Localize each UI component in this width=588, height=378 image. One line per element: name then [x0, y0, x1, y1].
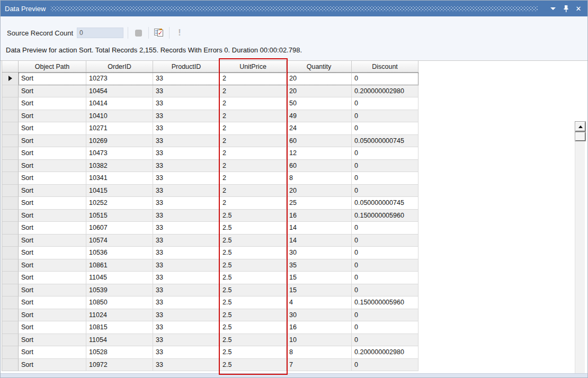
- grid-cell[interactable]: 8: [287, 346, 352, 359]
- grid-cell[interactable]: 2: [220, 172, 287, 185]
- row-selector[interactable]: [2, 97, 19, 110]
- grid-cell[interactable]: 20: [287, 73, 352, 85]
- grid-cell[interactable]: Sort: [19, 247, 86, 259]
- grid-cell[interactable]: 33: [153, 210, 220, 222]
- grid-cell[interactable]: Sort: [19, 147, 86, 160]
- grid-cell[interactable]: 14: [287, 222, 352, 235]
- grid-cell[interactable]: Sort: [19, 85, 86, 98]
- grid-cell[interactable]: 33: [153, 247, 220, 259]
- grid-cell[interactable]: Sort: [19, 172, 86, 185]
- row-selector-header[interactable]: [2, 61, 19, 73]
- grid-cell[interactable]: Sort: [19, 122, 86, 135]
- grid-cell[interactable]: 2.5: [220, 222, 287, 235]
- grid-cell[interactable]: 33: [153, 272, 220, 284]
- grid-cell[interactable]: 33: [153, 309, 220, 322]
- grid-cell[interactable]: 2: [220, 97, 287, 110]
- grid-cell[interactable]: 0: [352, 259, 418, 272]
- grid-cell[interactable]: 33: [153, 160, 220, 173]
- grid-cell[interactable]: 2: [220, 147, 287, 160]
- grid-cell[interactable]: 33: [153, 122, 220, 135]
- grid-cell[interactable]: 14: [287, 235, 352, 247]
- grid-cell[interactable]: 0: [352, 247, 418, 259]
- grid-cell[interactable]: Sort: [19, 309, 86, 322]
- grid-cell[interactable]: 12: [287, 147, 352, 160]
- grid-cell[interactable]: 0.050000000745: [352, 135, 418, 148]
- grid-cell[interactable]: 16: [287, 321, 352, 334]
- grid-cell[interactable]: 10574: [86, 235, 153, 247]
- grid-cell[interactable]: 2: [220, 110, 287, 123]
- grid-cell[interactable]: 33: [153, 321, 220, 334]
- grid-cell[interactable]: 10539: [86, 284, 153, 297]
- grid-cell[interactable]: 2: [220, 160, 287, 173]
- grid-cell[interactable]: Sort: [19, 359, 86, 372]
- grid-cell[interactable]: 33: [153, 296, 220, 309]
- grid-cell[interactable]: 7: [287, 359, 352, 372]
- grid-cell[interactable]: 16: [287, 210, 352, 222]
- row-selector[interactable]: [2, 172, 19, 185]
- column-header-discount[interactable]: Discount: [352, 61, 418, 73]
- grid-cell[interactable]: 30: [287, 309, 352, 322]
- grid-cell[interactable]: Sort: [19, 272, 86, 284]
- grid-cell[interactable]: 10269: [86, 135, 153, 148]
- grid-cell[interactable]: 10252: [86, 197, 153, 210]
- grid-cell[interactable]: 10271: [86, 122, 153, 135]
- grid-cell[interactable]: Sort: [19, 160, 86, 173]
- row-selector[interactable]: [2, 272, 19, 284]
- grid-cell[interactable]: 2.5: [220, 346, 287, 359]
- grid-cell[interactable]: 10528: [86, 346, 153, 359]
- grid-cell[interactable]: 0: [352, 334, 418, 347]
- row-selector[interactable]: [2, 210, 19, 222]
- grid-cell[interactable]: 0: [352, 284, 418, 297]
- grid-cell[interactable]: 0: [352, 122, 418, 135]
- grid-cell[interactable]: 0: [352, 309, 418, 322]
- grid-cell[interactable]: 10815: [86, 321, 153, 334]
- row-selector[interactable]: [2, 122, 19, 135]
- grid-cell[interactable]: 10972: [86, 359, 153, 372]
- row-selector[interactable]: [2, 147, 19, 160]
- grid-cell[interactable]: 33: [153, 235, 220, 247]
- panel-titlebar[interactable]: Data Preview ✕: [1, 1, 587, 16]
- show-errors-button[interactable]: !: [174, 27, 185, 39]
- grid-cell[interactable]: Sort: [19, 222, 86, 235]
- row-selector[interactable]: [2, 296, 19, 309]
- grid-cell[interactable]: Sort: [19, 235, 86, 247]
- row-selector[interactable]: [2, 160, 19, 173]
- grid-cell[interactable]: Sort: [19, 73, 86, 85]
- grid-cell[interactable]: 10: [287, 334, 352, 347]
- grid-cell[interactable]: 10607: [86, 222, 153, 235]
- grid-cell[interactable]: 11045: [86, 272, 153, 284]
- row-selector[interactable]: [2, 85, 19, 98]
- grid-cell[interactable]: 33: [153, 185, 220, 197]
- grid-cell[interactable]: 33: [153, 334, 220, 347]
- grid-cell[interactable]: 0: [352, 235, 418, 247]
- grid-cell[interactable]: Sort: [19, 259, 86, 272]
- close-button[interactable]: ✕: [574, 4, 583, 13]
- grid-cell[interactable]: 10382: [86, 160, 153, 173]
- grid-cell[interactable]: 10536: [86, 247, 153, 259]
- grid-cell[interactable]: 33: [153, 110, 220, 123]
- grid-cell[interactable]: 0: [352, 97, 418, 110]
- grid-cell[interactable]: 24: [287, 122, 352, 135]
- row-selector[interactable]: [2, 135, 19, 148]
- grid-cell[interactable]: Sort: [19, 97, 86, 110]
- grid-cell[interactable]: 2: [220, 185, 287, 197]
- grid-cell[interactable]: 0: [352, 73, 418, 85]
- grid-cell[interactable]: 33: [153, 135, 220, 148]
- grid-cell[interactable]: Sort: [19, 284, 86, 297]
- grid-cell[interactable]: 10473: [86, 147, 153, 160]
- row-selector[interactable]: [2, 259, 19, 272]
- grid-cell[interactable]: 0.150000005960: [352, 210, 418, 222]
- grid-cell[interactable]: 10273: [86, 73, 153, 85]
- grid-cell[interactable]: 2.5: [220, 309, 287, 322]
- grid-cell[interactable]: 10341: [86, 172, 153, 185]
- auto-hide-pin-button[interactable]: [561, 4, 571, 13]
- grid-cell[interactable]: 2.5: [220, 259, 287, 272]
- grid-cell[interactable]: 2.5: [220, 210, 287, 222]
- grid-cell[interactable]: 33: [153, 73, 220, 85]
- grid-cell[interactable]: Sort: [19, 185, 86, 197]
- grid-cell[interactable]: 60: [287, 160, 352, 173]
- grid-cell[interactable]: 15: [287, 272, 352, 284]
- grid-cell[interactable]: 10415: [86, 185, 153, 197]
- row-selector[interactable]: [2, 321, 19, 334]
- row-selector[interactable]: [2, 197, 19, 210]
